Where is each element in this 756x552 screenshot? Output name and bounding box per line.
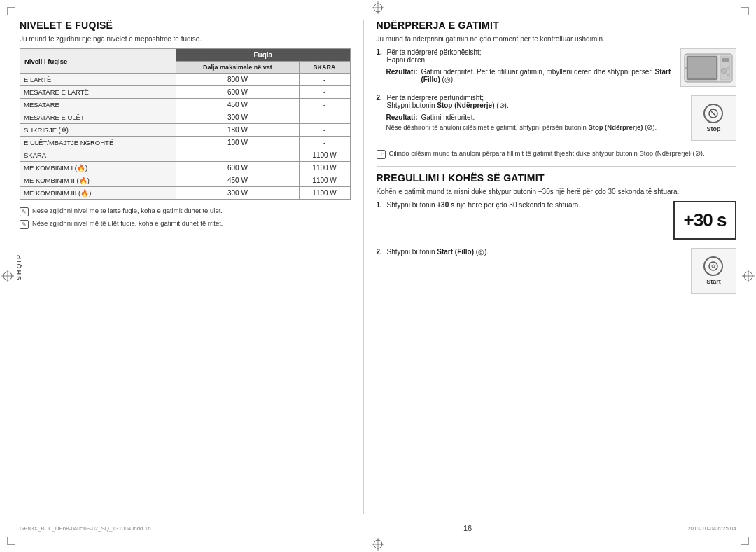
table-cell-power: 450 W [176,174,300,187]
left-section-subtitle: Ju mund të zgjidhni një nga nivelet e më… [20,35,351,43]
table-cell-power: 600 W [176,162,300,174]
item3-block: +30 s 1. Shtypni butonin +30 s një herë … [377,201,736,244]
item2-num: 2. [377,94,384,109]
svg-point-24 [712,265,715,268]
start-button-label[interactable]: Start [706,278,721,285]
item1-num: 1. [377,48,384,64]
table-cell-level: E LARTË [20,74,176,86]
note-icon-1: ✎ [20,207,29,216]
table-row: MESATARE450 W- [20,99,351,111]
thirty-second-display: +30 s [673,201,736,240]
table-cell-skara: 1100 W [299,149,350,162]
item1-sub: Hapni derën. [387,56,427,64]
microwave-image [680,48,736,87]
shqip-label: SHQIP [15,254,22,280]
table-cell-skara: 1100 W [299,162,350,174]
item1-text: Për ta ndërprerë përkohësisht; [387,48,482,56]
item1-content: Për ta ndërprerë përkohësisht; Hapni der… [387,48,482,64]
right-column: NDËRPRERJA E GATIMIT Ju mund ta ndërpris… [364,20,736,514]
table-cell-skara: 1100 W [299,174,350,187]
table-cell-level: MESATARE [20,99,176,111]
corner-bl [7,537,15,545]
table-row: E LARTË800 W- [20,74,351,86]
info-note-text: Cilindo cilësim mund ta anuloni përpara … [389,149,705,157]
table-row: MESATARE E LARTË600 W- [20,86,351,99]
table-cell-power: 300 W [176,187,300,200]
item-1-block: 1. Për ta ndërprerë përkohësisht; Hapni … [377,48,736,90]
right-section2-subtitle: Kohën e gatimit mund ta rrisni duke shty… [377,188,736,195]
svg-point-19 [727,74,729,76]
reg-mark-top [372,1,384,14]
table-cell-level: E ULËT/MBAJTJE NGROHTË [20,137,176,149]
table-cell-skara: - [299,137,350,149]
info-note: ☞ Cilindo cilësim mund ta anuloni përpar… [377,149,736,159]
table-fuqia-header: Fuqia [176,49,350,62]
stop-button-label[interactable]: Stop [706,125,720,132]
table-col2-header: Dalja maksimale në vat [176,62,300,74]
result1-text: Gatimi ndërpritet. Për të rifilluar gati… [421,68,675,83]
table-cell-skara: - [299,86,350,99]
table-cell-power: 100 W [176,137,300,149]
table-row: ME KOMBINIM II (🔥)450 W1100 W [20,174,351,187]
footer-left-text: GE83X_BOL_DE68-04056F-02_SQ_131004.indd … [20,525,378,532]
footer-right-text: 2013-10-04 6:25:04 [557,525,736,532]
table-cell-power: 450 W [176,99,300,111]
table-cell-power: 600 W [176,86,300,99]
stop-button-box: Stop [691,95,736,141]
table-cell-level: SHKRIRJE (❄) [20,124,176,137]
table-cell-skara: 1100 W [299,187,350,200]
svg-rect-20 [685,67,687,69]
item-1: 1. Për ta ndërprerë përkohësisht; Hapni … [377,48,675,64]
table-cell-level: ME KOMBINIM II (🔥) [20,174,176,187]
result2-text: Gatimi ndërpritet. [421,113,475,121]
table-cell-skara: - [299,111,350,124]
corner-br [741,537,749,545]
result-1: Rezultati: Gatimi ndërpritet. Për të rif… [386,68,675,83]
item4-block: Start 2. Shtypni butonin Start (Fillo) (… [377,248,736,298]
start-button-box: Start [691,248,736,294]
table-row: SKARA-1100 W [20,149,351,162]
right-section2-title: RREGULLIMI I KOHËS SË GATIMIT [377,172,736,184]
item4-text: Shtypni butonin Start (Fillo) (◎). [387,248,489,256]
right-section1-title: NDËRPRERJA E GATIMIT [377,20,736,31]
table-cell-level: MESATARE E ULËT [20,111,176,124]
note-1: ✎ Nëse zgjidhni nivel më të lartë fuqie,… [20,207,351,216]
item2-content: Për ta ndërprerë përfundimisht; Shtypni … [387,94,509,109]
note-text-2: Nëse zgjidhni nivel më të ulët fuqie, ko… [32,219,223,227]
right-section1-subtitle: Ju mund ta ndërprisni gatimin në çdo mom… [377,35,736,43]
main-columns: SHQIP NIVELET E FUQISË Ju mund të zgjidh… [20,20,736,514]
left-column: SHQIP NIVELET E FUQISË Ju mund të zgjidh… [20,20,364,514]
table-cell-level: ME KOMBINIM III (🔥) [20,187,176,200]
table-cell-power: 300 W [176,111,300,124]
table-row: MESATARE E ULËT300 W- [20,111,351,124]
table-row: SHKRIRJE (❄)180 W- [20,124,351,137]
table-cell-power: - [176,149,300,162]
table-row: E ULËT/MBAJTJE NGROHTË100 W- [20,137,351,149]
start-button-icon [704,256,723,276]
left-section-title: NIVELET E FUQISË [20,20,351,31]
table-cell-power: 800 W [176,74,300,86]
section-divider [377,166,736,167]
item4-num: 2. [377,248,384,256]
reg-mark-left [1,270,14,282]
svg-point-18 [727,67,729,69]
corner-tl [7,7,15,15]
table-cell-skara: - [299,99,350,111]
power-table: Niveli i fuqisë Fuqia Dalja maksimale në… [20,48,351,200]
note-icon-2: ✎ [20,220,29,229]
item-2-block: Stop 2. Për ta ndërprerë përfundimisht; … [377,94,736,145]
table-row: ME KOMBINIM I (🔥)600 W1100 W [20,162,351,174]
svg-line-22 [711,111,715,116]
result1-label: Rezultati: [386,68,418,83]
reg-mark-bottom [372,538,384,551]
item-4: 2. Shtypni butonin Start (Fillo) (◎). [377,248,685,256]
table-cell-power: 180 W [176,124,300,137]
interruption-section: NDËRPRERJA E GATIMIT Ju mund ta ndërpris… [377,20,736,159]
result-2: Rezultati: Gatimi ndërpritet. [386,113,685,121]
table-cell-level: SKARA [20,149,176,162]
item3-num: 1. [377,201,384,209]
svg-point-17 [721,68,727,74]
table-col3-header: SKARA [299,62,350,74]
stop-button-icon [704,104,723,123]
result2-label: Rezultati: [386,113,418,121]
